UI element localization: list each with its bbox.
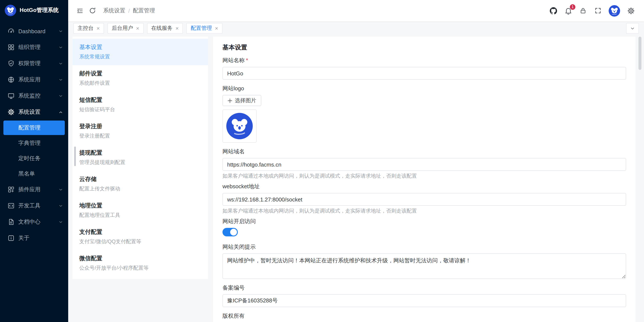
site-domain-help: 如果客户端通过本地或内网访问，则认为是调试模式，走实际请求地址，否则走该配置	[222, 173, 626, 179]
websocket-label: websocket地址	[222, 183, 626, 190]
fullscreen-button[interactable]	[592, 4, 604, 17]
nav-item-subtitle: 公众号/开放平台/小程序配置等	[79, 265, 201, 271]
nav-item-title: 短信配置	[79, 96, 201, 103]
settings-nav-item-sms[interactable]: 短信配置 短信验证码平台	[72, 92, 208, 118]
sidebar-item-apps[interactable]: 系统应用	[0, 71, 68, 88]
github-button[interactable]	[547, 4, 560, 17]
tabs-dropdown-button[interactable]	[626, 23, 639, 34]
settings-nav-item-geo[interactable]: 地理位置 配置地理位置工具	[72, 197, 208, 224]
nav-item-title: 基本设置	[79, 43, 201, 51]
scrollbar-thumb[interactable]	[74, 147, 76, 166]
nav-item-subtitle: 系统常规设置	[79, 54, 201, 60]
sidebar-subitem-dictionary[interactable]: 字典管理	[0, 135, 68, 151]
tabs-bar: 主控台 × 后台用户 × 在线服务 × 配置管理 ×	[68, 21, 644, 35]
settings-nav-item-pay[interactable]: 支付配置 支付宝/微信/QQ支付配置等	[72, 224, 208, 250]
nav-item-subtitle: 支付宝/微信/QQ支付配置等	[79, 239, 201, 245]
site-open-toggle[interactable]	[222, 228, 238, 236]
tab-close-icon[interactable]: ×	[96, 25, 100, 31]
sidebar-item-docs[interactable]: 文档中心	[0, 214, 68, 230]
sidebar-item-settings[interactable]: 系统设置	[0, 104, 68, 120]
tab-label: 后台用户	[112, 25, 133, 32]
breadcrumb-parent[interactable]: 系统设置	[103, 7, 125, 14]
tab-online-service[interactable]: 在线服务 ×	[147, 23, 183, 34]
nav-item-title: 登录注册	[79, 123, 201, 130]
site-name-input[interactable]	[222, 67, 626, 80]
sidebar-item-about[interactable]: 关于	[0, 230, 68, 246]
chevron-up-icon	[58, 110, 63, 114]
close-tip-textarea[interactable]: 网站维护中，暂时无法访问！本网站正在进行系统维护和技术升级，网站暂时无法访问，敬…	[222, 253, 626, 279]
sidebar-subitem-blacklist[interactable]: 黑名单	[0, 166, 68, 181]
gear-icon	[8, 109, 14, 115]
hotgo-logo-icon	[5, 4, 16, 16]
info-icon	[8, 235, 14, 242]
close-tip-label: 网站关闭提示	[222, 243, 626, 251]
user-avatar[interactable]	[608, 5, 620, 16]
page-scrollbar-thumb[interactable]	[638, 37, 642, 70]
tab-backend-users[interactable]: 后台用户 ×	[108, 23, 144, 34]
sidebar-item-monitor[interactable]: 系统监控	[0, 88, 68, 104]
chevron-down-icon	[58, 77, 63, 82]
tab-console[interactable]: 主控台 ×	[73, 23, 104, 34]
lock-screen-button[interactable]	[577, 4, 590, 17]
main-column: 系统设置 / 配置管理 1	[68, 0, 644, 322]
sidebar-item-permission[interactable]: 权限管理	[0, 55, 68, 71]
notifications-button[interactable]: 1	[562, 4, 574, 17]
icp-input[interactable]	[222, 294, 626, 307]
tab-close-icon[interactable]: ×	[136, 25, 139, 31]
nav-item-title: 提现配置	[79, 149, 201, 156]
sidebar-item-label: 关于	[18, 234, 63, 242]
websocket-input[interactable]	[222, 193, 626, 206]
settings-nav-item-withdraw[interactable]: 提现配置 管理员提现规则配置	[72, 144, 208, 171]
sidebar-subitem-label: 字典管理	[18, 139, 40, 147]
settings-nav-item-login[interactable]: 登录注册 登录注册配置	[72, 118, 208, 144]
sidebar-item-dashboard[interactable]: Dashboard	[0, 23, 68, 39]
sidebar-subitem-cron[interactable]: 定时任务	[0, 151, 68, 166]
field-site-domain: 网站域名 如果客户端通过本地或内网访问，则认为是调试模式，走实际请求地址，否则走…	[222, 148, 626, 179]
settings-nav-item-mail[interactable]: 邮件设置 系统邮件设置	[72, 65, 208, 92]
site-name-label: 网站名称*	[222, 57, 626, 64]
hotgo-logo-image	[226, 113, 253, 139]
sidebar-item-devtools[interactable]: 开发工具	[0, 198, 68, 214]
tab-close-icon[interactable]: ×	[176, 25, 178, 31]
pick-image-button[interactable]: 选择图片	[222, 95, 261, 106]
dashboard-icon	[8, 28, 14, 34]
settings-nav-item-storage[interactable]: 云存储 配置上传文件驱动	[72, 171, 208, 197]
gear-icon	[628, 7, 634, 14]
toggle-knob	[230, 229, 237, 236]
sidebar-collapse-button[interactable]	[73, 4, 86, 17]
sidebar-item-plugins[interactable]: 插件应用	[0, 181, 68, 198]
field-site-open: 网站开启访问	[222, 218, 626, 236]
settings-nav-item-basic[interactable]: 基本设置 系统常规设置	[72, 39, 208, 65]
tab-close-icon[interactable]: ×	[215, 25, 218, 31]
tab-config-management[interactable]: 配置管理 ×	[186, 23, 222, 34]
sidebar-item-label: 插件应用	[18, 186, 58, 193]
nav-item-title: 邮件设置	[79, 70, 201, 77]
chevron-down-icon	[58, 203, 63, 208]
breadcrumb-current[interactable]: 配置管理	[133, 7, 155, 14]
site-domain-input[interactable]	[222, 158, 626, 171]
sidebar-item-label: 组织管理	[18, 43, 58, 51]
field-icp: 备案编号	[222, 284, 626, 307]
nav-item-title: 地理位置	[79, 202, 201, 209]
org-grid-icon	[8, 44, 14, 51]
code-icon	[8, 202, 14, 209]
sidebar-subitem-config[interactable]: 配置管理	[4, 121, 65, 135]
copyright-label: 版权所有	[222, 312, 626, 320]
sidebar-item-org[interactable]: 组织管理	[0, 39, 68, 55]
shield-check-icon	[8, 60, 14, 67]
nav-item-subtitle: 登录注册配置	[79, 133, 201, 139]
menu-fold-icon	[76, 7, 83, 14]
plugin-grid-icon	[8, 186, 14, 193]
field-websocket: websocket地址 如果客户端通过本地或内网访问，则认为是调试模式，走实际请…	[222, 183, 626, 214]
refresh-button[interactable]	[86, 4, 99, 17]
sidebar-subitem-label: 黑名单	[18, 170, 35, 178]
plus-icon	[228, 98, 232, 103]
settings-nav-item-wechat[interactable]: 微信配置 公众号/开放平台/小程序配置等	[72, 250, 208, 277]
nav-item-subtitle: 管理员提现规则配置	[79, 159, 201, 166]
nav-item-subtitle: 配置上传文件驱动	[79, 186, 201, 192]
settings-button[interactable]	[624, 4, 637, 17]
app-window: HotGo管理系统 Dashboard 组织管理 权限管理 系统应用	[0, 0, 644, 322]
field-copyright: 版权所有	[222, 312, 626, 320]
sidebar-item-label: 文档中心	[18, 218, 58, 226]
site-logo-preview[interactable]	[222, 109, 256, 143]
